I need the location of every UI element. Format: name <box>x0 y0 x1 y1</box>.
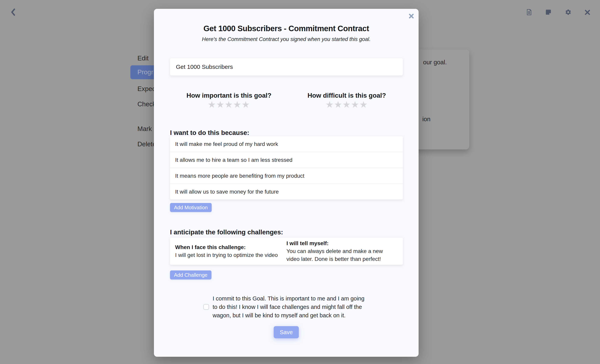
challenge-when-label: When I face this challenge: <box>175 243 281 251</box>
importance-star-rating[interactable]: ★★★★★ <box>170 100 288 110</box>
menu-item-progress-label: Progr <box>137 68 153 76</box>
menu-item-mark[interactable]: Mark <box>137 125 152 133</box>
back-icon[interactable] <box>10 8 16 16</box>
add-motivation-button[interactable]: Add Motivation <box>170 203 212 212</box>
add-challenge-button[interactable]: Add Challenge <box>170 271 211 280</box>
menu-item-expected[interactable]: Expec <box>137 85 156 93</box>
motivation-item[interactable]: It will make me feel proud of my hard wo… <box>170 136 403 152</box>
document-icon[interactable] <box>526 9 533 16</box>
menu-item-delete[interactable]: Delete <box>137 140 156 148</box>
modal-subtitle: Here's the Commitment Contract you signe… <box>154 36 419 42</box>
save-button[interactable]: Save <box>274 326 299 338</box>
close-window-icon[interactable] <box>584 9 591 16</box>
settings-icon[interactable] <box>565 9 572 16</box>
challenge-when-cell[interactable]: When I face this challenge: I will get l… <box>170 243 286 259</box>
challenge-tell-label: I will tell myself: <box>286 239 395 247</box>
modal-title: Get 1000 Subscribers - Commitment Contra… <box>154 24 419 33</box>
difficulty-star-rating[interactable]: ★★★★★ <box>288 100 406 110</box>
note-icon[interactable] <box>545 9 552 16</box>
modal-close-icon[interactable] <box>407 12 416 21</box>
challenge-tell-text: You can always delete and make a new vid… <box>286 247 395 263</box>
commit-checkbox[interactable] <box>203 304 209 310</box>
difficulty-question: How difficult is this goal? <box>288 92 406 99</box>
motivation-item[interactable]: It allows me to hire a team so I am less… <box>170 152 403 168</box>
motivation-item[interactable]: It will allow us to save money for the f… <box>170 184 403 200</box>
card-text-fragment-bottom: ion <box>422 116 430 123</box>
commit-statement: I commit to this Goal. This is important… <box>213 294 370 320</box>
commitment-contract-modal: Get 1000 Subscribers - Commitment Contra… <box>154 9 419 357</box>
menu-item-edit[interactable]: Edit <box>137 54 149 62</box>
challenge-tell-cell[interactable]: I will tell myself: You can always delet… <box>286 239 403 263</box>
motivations-list: It will make me feel proud of my hard wo… <box>170 136 403 200</box>
commit-section: I commit to this Goal. This is important… <box>170 294 403 320</box>
card-text-fragment-top: our goal. <box>423 59 447 66</box>
challenge-when-text: I will get lost in trying to optimize th… <box>175 251 281 259</box>
motivation-item[interactable]: It means more people are benefiting from… <box>170 168 403 184</box>
importance-question: How important is this goal? <box>170 92 288 99</box>
challenge-item: When I face this challenge: I will get l… <box>170 238 403 265</box>
menu-item-check[interactable]: Check <box>137 100 156 108</box>
goal-name-input[interactable] <box>170 58 403 75</box>
motivations-heading: I want to do this because: <box>170 129 249 136</box>
challenges-heading: I anticipate the following challenges: <box>170 228 283 236</box>
